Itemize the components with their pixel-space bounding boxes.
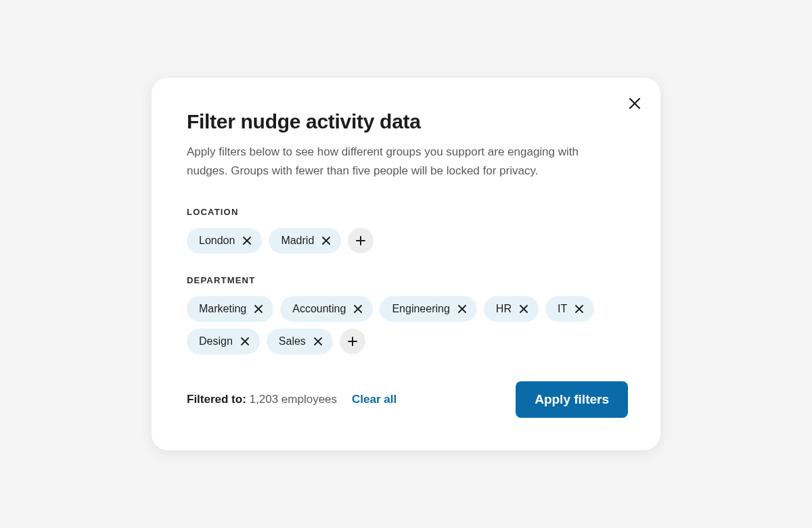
chip-remove-button[interactable] [253, 304, 264, 314]
chip-department-engineering: Engineering [380, 296, 476, 322]
chip-label: Design [199, 335, 233, 347]
chip-remove-button[interactable] [353, 304, 363, 314]
modal-subtitle: Apply filters below to see how different… [187, 143, 606, 179]
filter-modal: Filter nudge activity data Apply filters… [152, 78, 660, 450]
chip-remove-button[interactable] [457, 304, 468, 314]
chip-label: London [199, 235, 235, 247]
close-icon [520, 305, 528, 313]
chip-label: Marketing [199, 303, 246, 315]
close-button[interactable] [625, 94, 644, 113]
location-chip-row: London Madrid [187, 228, 628, 254]
chip-department-hr: HR [484, 296, 539, 322]
location-section: LOCATION London Madrid [187, 207, 628, 254]
department-chip-row: Marketing Accounting Engineering HR [187, 296, 628, 354]
chip-remove-button[interactable] [518, 304, 529, 314]
chip-label: IT [558, 303, 567, 315]
chip-department-it: IT [545, 296, 594, 322]
close-icon [243, 237, 251, 245]
filtered-label: Filtered to: [187, 393, 246, 406]
chip-remove-button[interactable] [242, 235, 252, 246]
chip-department-accounting: Accounting [280, 296, 373, 322]
chip-department-sales: Sales [267, 329, 333, 354]
chip-department-design: Design [187, 329, 260, 354]
chip-remove-button[interactable] [240, 336, 250, 347]
chip-label: Madrid [281, 235, 314, 247]
close-icon [575, 305, 583, 313]
chip-remove-button[interactable] [313, 336, 323, 347]
department-section: DEPARTMENT Marketing Accounting Engineer… [187, 275, 628, 354]
clear-all-button[interactable]: Clear all [352, 393, 397, 406]
location-label: LOCATION [187, 207, 628, 217]
chip-label: Accounting [292, 303, 346, 315]
department-label: DEPARTMENT [187, 275, 628, 285]
footer-left: Filtered to: 1,203 employees Clear all [187, 393, 397, 406]
add-department-button[interactable] [340, 329, 365, 354]
close-icon [241, 337, 249, 345]
close-icon [314, 337, 322, 345]
plus-icon [348, 337, 357, 346]
filtered-value: 1,203 employees [250, 393, 337, 406]
chip-label: Sales [279, 335, 306, 347]
add-location-button[interactable] [348, 228, 374, 254]
apply-filters-button[interactable]: Apply filters [516, 381, 628, 418]
chip-department-marketing: Marketing [187, 296, 273, 322]
close-icon [458, 305, 466, 313]
chip-remove-button[interactable] [321, 235, 332, 246]
close-icon [322, 237, 330, 245]
chip-label: Engineering [392, 303, 449, 315]
close-icon [354, 305, 362, 313]
close-icon [254, 305, 263, 313]
chip-label: HR [496, 303, 512, 315]
chip-remove-button[interactable] [574, 304, 585, 314]
filtered-summary: Filtered to: 1,203 employees [187, 393, 337, 406]
modal-title: Filter nudge activity data [187, 110, 628, 133]
modal-footer: Filtered to: 1,203 employees Clear all A… [187, 381, 628, 418]
chip-location-madrid: Madrid [269, 228, 341, 254]
plus-icon [356, 236, 365, 245]
close-icon [629, 97, 641, 110]
chip-location-london: London [187, 228, 262, 254]
